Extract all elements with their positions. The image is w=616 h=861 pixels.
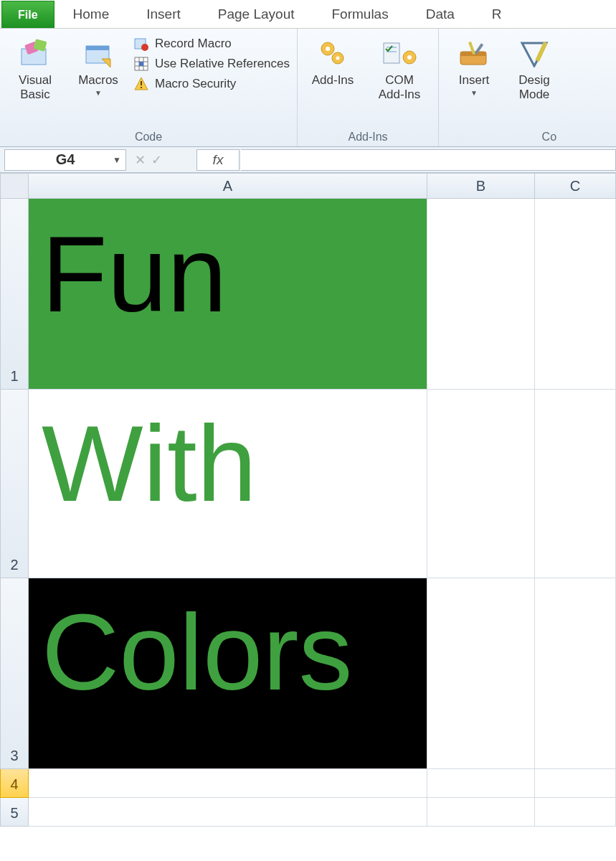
cell-b5[interactable]: [427, 798, 535, 827]
group-controls: Insert ▼ Desig Mode Co: [439, 29, 567, 146]
macro-security-label: Macro Security: [155, 77, 236, 91]
column-header-c[interactable]: C: [535, 173, 616, 199]
formula-bar: G4 ✕ ✓ fx: [0, 147, 616, 173]
svg-point-20: [336, 57, 340, 60]
svg-rect-13: [139, 62, 143, 66]
group-code-label: Code: [7, 128, 290, 145]
row-header-1[interactable]: 1: [0, 199, 29, 390]
cell-a4[interactable]: [29, 769, 427, 798]
group-controls-label: Co: [446, 128, 559, 145]
cell-a3[interactable]: Colors: [29, 578, 427, 769]
record-macro-label: Record Macro: [155, 37, 232, 51]
svg-rect-4: [86, 46, 109, 50]
row-header-4[interactable]: 4: [0, 769, 29, 798]
com-addins-icon: [382, 36, 417, 70]
visual-basic-button[interactable]: Visual Basic: [7, 33, 63, 101]
cell-b1[interactable]: [427, 199, 535, 390]
tab-data[interactable]: Data: [407, 1, 473, 28]
group-addins: Add-Ins COM Add-Ins Add-Ins: [298, 29, 439, 146]
cell-c3[interactable]: [535, 578, 616, 769]
macro-security-button[interactable]: Macro Security: [133, 76, 290, 92]
svg-point-25: [407, 55, 412, 60]
macros-icon: [81, 36, 115, 70]
cell-a5[interactable]: [29, 798, 427, 827]
ribbon: Visual Basic Macros ▼ Record Macro: [0, 29, 616, 147]
svg-point-7: [141, 44, 148, 51]
design-mode-icon: [517, 36, 551, 70]
ribbon-tabs: File Home Insert Page Layout Formulas Da…: [0, 0, 616, 29]
tab-formulas[interactable]: Formulas: [313, 1, 407, 28]
macros-button[interactable]: Macros ▼: [70, 33, 126, 97]
tab-page-layout[interactable]: Page Layout: [199, 1, 313, 28]
use-relative-references-button[interactable]: Use Relative References: [133, 56, 290, 72]
name-box[interactable]: G4: [4, 149, 126, 171]
design-mode-label: Desig Mode: [518, 73, 549, 101]
toolbox-icon: [457, 36, 491, 70]
visual-basic-icon: [18, 36, 52, 70]
row-header-2[interactable]: 2: [0, 390, 29, 578]
tab-insert[interactable]: Insert: [128, 1, 199, 28]
insert-control-button[interactable]: Insert ▼: [446, 33, 502, 97]
column-header-a[interactable]: A: [29, 173, 427, 199]
formula-bar-buttons: ✕ ✓: [135, 152, 162, 168]
svg-rect-15: [141, 81, 142, 85]
relative-references-icon: [133, 56, 149, 72]
gear-icon: [316, 36, 350, 70]
group-code: Visual Basic Macros ▼ Record Macro: [0, 29, 298, 146]
fx-button[interactable]: fx: [196, 149, 240, 171]
com-addins-label: COM Add-Ins: [379, 73, 421, 101]
insert-control-label: Insert: [459, 73, 490, 88]
warning-icon: [133, 76, 149, 92]
cell-b3[interactable]: [427, 578, 535, 769]
cancel-icon: ✕: [135, 152, 146, 168]
record-macro-icon: [133, 36, 149, 52]
chevron-down-icon: ▼: [95, 89, 102, 98]
macros-label: Macros: [78, 73, 118, 88]
design-mode-button[interactable]: Desig Mode: [509, 33, 559, 101]
tab-file[interactable]: File: [1, 1, 55, 28]
group-addins-label: Add-Ins: [305, 128, 431, 145]
cell-c2[interactable]: [535, 390, 616, 578]
record-macro-button[interactable]: Record Macro: [133, 36, 290, 52]
cell-b2[interactable]: [427, 390, 535, 578]
worksheet-grid[interactable]: A B C 1 Fun 2 With 3 Colors 4 5: [0, 173, 616, 827]
visual-basic-label: Visual Basic: [19, 73, 52, 101]
select-all-corner[interactable]: [0, 173, 29, 199]
svg-rect-16: [141, 87, 142, 88]
cell-b4[interactable]: [427, 769, 535, 798]
formula-input[interactable]: [241, 149, 616, 171]
cell-a2[interactable]: With: [29, 390, 427, 578]
cell-c1[interactable]: [535, 199, 616, 390]
tab-home[interactable]: Home: [55, 1, 128, 28]
row-header-5[interactable]: 5: [0, 798, 29, 827]
use-relative-references-label: Use Relative References: [155, 57, 290, 71]
svg-rect-31: [535, 42, 547, 62]
com-addins-button[interactable]: COM Add-Ins: [368, 33, 431, 101]
row-header-3[interactable]: 3: [0, 578, 29, 769]
column-header-b[interactable]: B: [427, 173, 535, 199]
tab-review-partial[interactable]: R: [473, 1, 521, 28]
chevron-down-icon: ▼: [470, 89, 478, 98]
svg-point-18: [326, 47, 330, 51]
cell-a1[interactable]: Fun: [29, 199, 427, 390]
cell-c4[interactable]: [535, 769, 616, 798]
enter-icon: ✓: [151, 152, 162, 168]
cell-c5[interactable]: [535, 798, 616, 827]
addins-button[interactable]: Add-Ins: [305, 33, 361, 88]
addins-label: Add-Ins: [312, 73, 354, 88]
